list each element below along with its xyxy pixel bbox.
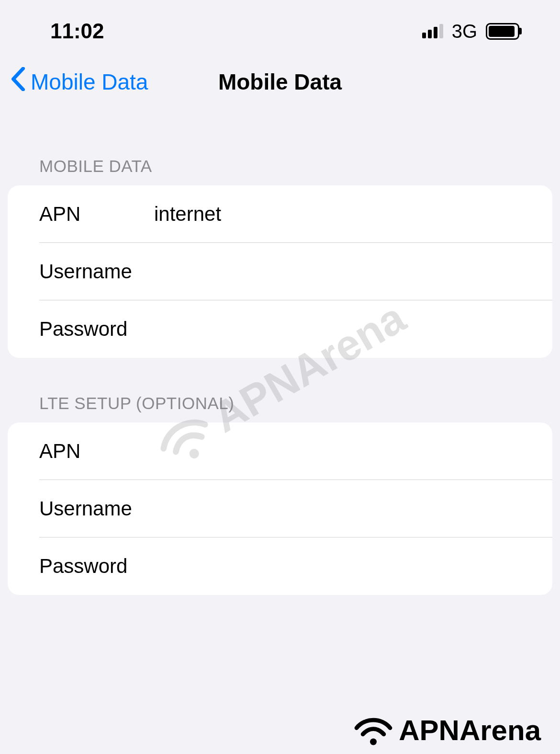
status-time: 11:02 xyxy=(50,19,104,43)
row-label: Username xyxy=(39,260,154,283)
row-label: Password xyxy=(39,318,154,341)
watermark-text: APNArena xyxy=(399,714,541,747)
section-group-mobile-data: APN Username Password xyxy=(8,185,552,358)
row-label: APN xyxy=(39,440,154,463)
row-mobile-data-password[interactable]: Password xyxy=(8,300,552,358)
status-bar: 11:02 3G xyxy=(0,0,560,57)
svg-point-1 xyxy=(370,739,377,745)
back-button[interactable]: Mobile Data xyxy=(10,67,148,97)
row-label: Username xyxy=(39,497,154,520)
watermark-bottom: APNArena xyxy=(352,713,541,747)
wifi-icon xyxy=(352,713,395,747)
lte-password-input[interactable] xyxy=(154,555,528,578)
row-mobile-data-username[interactable]: Username xyxy=(8,243,552,300)
row-mobile-data-apn[interactable]: APN xyxy=(8,185,552,243)
row-label: Password xyxy=(39,555,154,578)
section-header-lte-setup: LTE SETUP (OPTIONAL) xyxy=(8,358,552,423)
chevron-left-icon xyxy=(10,67,27,97)
password-input[interactable] xyxy=(154,318,528,341)
section-header-mobile-data: MOBILE DATA xyxy=(8,121,552,185)
section-group-lte-setup: APN Username Password xyxy=(8,423,552,595)
row-lte-apn[interactable]: APN xyxy=(8,423,552,480)
row-lte-password[interactable]: Password xyxy=(8,537,552,595)
apn-input[interactable] xyxy=(154,203,528,226)
status-right: 3G xyxy=(422,21,519,42)
row-label: APN xyxy=(39,203,154,226)
page-title: Mobile Data xyxy=(218,69,342,95)
username-input[interactable] xyxy=(154,260,528,283)
lte-apn-input[interactable] xyxy=(154,440,528,463)
navigation-bar: Mobile Data Mobile Data xyxy=(0,57,560,121)
lte-username-input[interactable] xyxy=(154,497,528,520)
signal-bars-icon xyxy=(422,24,443,38)
battery-icon xyxy=(486,23,519,40)
row-lte-username[interactable]: Username xyxy=(8,480,552,537)
back-label: Mobile Data xyxy=(31,69,148,95)
network-type: 3G xyxy=(452,21,477,42)
